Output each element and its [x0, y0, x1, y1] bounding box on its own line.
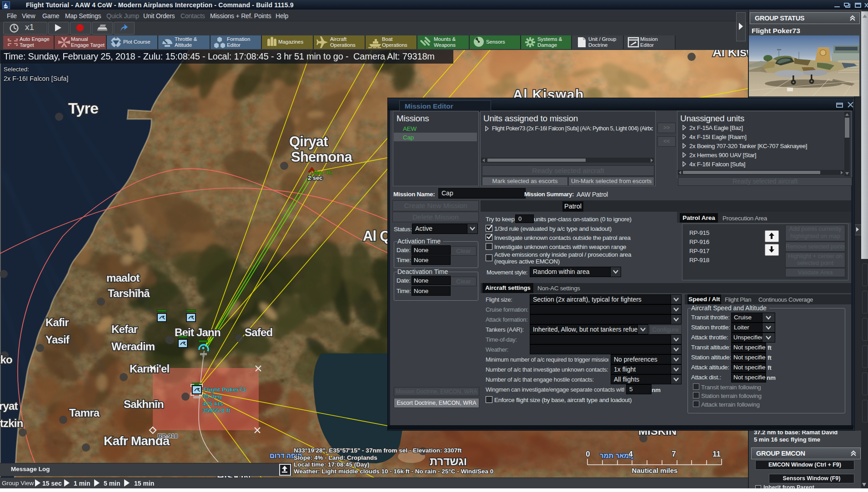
svg-text:Weradim: Weradim [111, 340, 155, 353]
svg-text:וגשדרת: וגשדרת [430, 455, 467, 467]
svg-text:RP-918: RP-918 [158, 432, 178, 439]
svg-text:7: 7 [672, 450, 676, 458]
svg-text:kko: kko [0, 353, 12, 366]
svg-text:Sakhnīn: Sakhnīn [124, 398, 164, 410]
svg-text:Slope: 4% - Land: Croplands: Slope: 4% - Land: Croplands [294, 454, 377, 461]
svg-text:475 kts: 475 kts [202, 400, 223, 407]
svg-text:N33°19'28", E35°57'15" - 37nm: N33°19'28", E35°57'15" - 37nm from sel -… [294, 447, 462, 454]
svg-text:iryat: iryat [0, 400, 18, 412]
svg-text:Weather: Light middle clouds 1: Weather: Light middle clouds 10 - 16k ft… [294, 468, 493, 475]
svg-text:Qiryat: Qiryat [289, 134, 328, 149]
svg-text:Kafir: Kafir [45, 316, 69, 328]
svg-text:0: 0 [586, 450, 590, 458]
svg-text:11: 11 [712, 450, 721, 458]
svg-text:Local time: 17:08:45 (Day): Local time: 17:08:45 (Day) [294, 461, 370, 468]
svg-text:Nautical miles: Nautical miles [632, 467, 678, 474]
svg-text:Al Q: Al Q [363, 228, 391, 244]
svg-text:Karmi'el: Karmi'el [130, 363, 169, 375]
svg-text:4: 4 [628, 450, 633, 458]
svg-text:Tamra: Tamra [69, 407, 100, 419]
svg-text:Tyre: Tyre [68, 99, 98, 117]
svg-text:Kefar: Kefar [111, 323, 138, 335]
svg-text:35955.8 ft: 35955.8 ft [202, 407, 231, 414]
svg-text:otzkin: otzkin [0, 417, 23, 429]
svg-text:Yasif: Yasif [45, 333, 70, 346]
svg-text:Safed: Safed [245, 326, 272, 338]
svg-text:Flight Poker73: Flight Poker73 [203, 386, 246, 393]
svg-text:Shemona: Shemona [291, 149, 352, 165]
svg-text:maalot: maalot [106, 272, 140, 284]
svg-text:35 deg: 35 deg [202, 393, 222, 400]
svg-text:Tarshīhā: Tarshīhā [108, 287, 150, 299]
svg-text:2 sec: 2 sec [308, 174, 323, 181]
